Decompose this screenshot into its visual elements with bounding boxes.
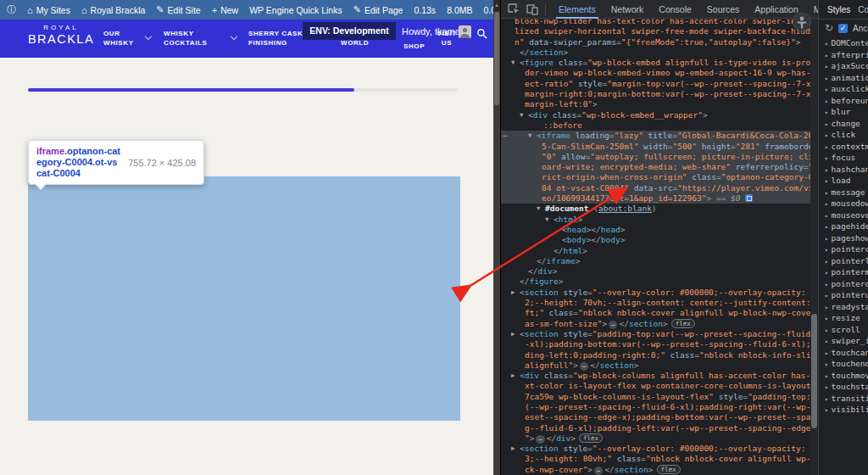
site-logo[interactable]: ROYAL BRACKLA	[25, 25, 97, 46]
admin-item-edit-site[interactable]: ✎Edit Site	[156, 4, 200, 15]
code-line[interactable]: ▼<html>	[501, 215, 810, 225]
adorner-icon[interactable]	[745, 194, 753, 202]
inspect-element-icon[interactable]	[508, 3, 520, 15]
listener-item-pointerup[interactable]: ▸pointerup	[825, 290, 868, 302]
listener-item-beforeunload[interactable]: ▸beforeunload	[825, 96, 868, 108]
listener-item-resize[interactable]: ▸resize	[825, 313, 868, 325]
ancestors-checkbox[interactable]: ✓	[838, 24, 848, 33]
code-line[interactable]: g--fluid-6-xl);padding-left:var(--wp--pr…	[501, 423, 810, 433]
code-line[interactable]: <head></head>	[501, 225, 810, 235]
listener-item-pagehide[interactable]: ▸pagehide	[825, 221, 868, 233]
tab-styles[interactable]: Styles	[827, 5, 850, 14]
expand-ellipsis-button[interactable]: …	[536, 435, 544, 444]
code-line[interactable]: n" data-swiper_params="{"freeMode":true,…	[501, 37, 810, 48]
code-line[interactable]: ding-left:0;padding-right:0;" class="nbl…	[501, 350, 810, 360]
admin-item-royal-brackla[interactable]: ⌂Royal Brackla	[81, 5, 145, 15]
code-line[interactable]: ft;" class="nblock nblock-cover alignful…	[501, 308, 810, 318]
nav-item-our-whisky[interactable]: OUR WHISKY	[103, 29, 147, 48]
listener-item-pointerover[interactable]: ▸pointerover	[825, 279, 868, 291]
about-blank-link[interactable]: about:blank	[598, 204, 652, 213]
code-line[interactable]: ▼#document (about:blank)	[501, 204, 810, 214]
listener-item-touchmove[interactable]: ▸touchmove	[825, 371, 868, 383]
listener-item-touchcancel[interactable]: ▸touchcancel	[825, 348, 868, 360]
listener-item-visibilitychange[interactable]: ▸visibilitychange	[825, 405, 868, 416]
devtools-tab-elements[interactable]: Elements	[551, 0, 604, 19]
code-line[interactable]: </html>	[501, 246, 810, 256]
code-line[interactable]: as-sm-font-size">…</section>flex	[501, 319, 810, 329]
search-icon[interactable]	[476, 27, 487, 38]
flex-badge[interactable]: flex	[579, 433, 603, 443]
code-line[interactable]: </div>	[501, 266, 810, 277]
page-scrollbar[interactable]: ▲	[493, 0, 500, 475]
code-line[interactable]: block-nwp-slider has-text-color has-acce…	[501, 19, 810, 26]
elements-scrollbar[interactable]	[810, 19, 818, 475]
code-line[interactable]: oard-write; encrypted-media; web-share" …	[501, 162, 810, 172]
listener-item-pointercancel[interactable]: ▸pointercancel	[825, 244, 868, 256]
line-menu-dots[interactable]: …	[503, 129, 508, 139]
code-line[interactable]: 04 ot-vscat-C0004" data-src="https://pla…	[501, 183, 810, 193]
code-line[interactable]: <body></body>	[501, 235, 810, 245]
expand-ellipsis-button[interactable]: …	[609, 321, 617, 329]
listener-item-change[interactable]: ▸change	[825, 119, 868, 131]
admin-item-my-sites[interactable]: ⌂My Sites	[27, 5, 70, 15]
listener-item-touchstart[interactable]: ▸touchstart	[825, 382, 868, 394]
listener-item-pointermove[interactable]: ▸pointermove	[825, 267, 868, 279]
code-line[interactable]: ▼<div class="wp-block-embed__wrapper">	[501, 110, 810, 120]
code-line[interactable]: 7ca59e wp-block-columns-is-layout-flex" …	[501, 392, 810, 402]
code-line[interactable]: -xl);padding-bottom:var(--wp--preset--sp…	[501, 339, 810, 349]
code-line[interactable]: 2;--height: 70vh;--align-content: center…	[501, 298, 810, 308]
code-line[interactable]: </section>	[501, 48, 810, 58]
listener-item-scroll[interactable]: ▸scroll	[825, 325, 868, 337]
code-line[interactable]: 5-Can-SlimCan-250ml" width="500" height=…	[501, 142, 810, 152]
code-line[interactable]: ▶<section style="--overlay-color: #00000…	[501, 288, 810, 298]
code-line[interactable]: der-vimeo wp-block-embed-vimeo wp-embed-…	[501, 68, 810, 78]
code-line[interactable]: xt-color is-layout-flex wp-container-cor…	[501, 381, 810, 391]
listener-item-pageshow[interactable]: ▸pageshow	[825, 233, 868, 245]
code-line[interactable]: (--wp--preset--spacing--fluid-6-xl);padd…	[501, 402, 810, 412]
listener-item-click[interactable]: ▸click	[825, 130, 868, 142]
code-line[interactable]: ck-nwp-cover">…</section>flex	[501, 465, 810, 475]
nav-item-whisky-cocktails[interactable]: WHISKY COCKTAILS	[164, 29, 223, 48]
avatar[interactable]	[459, 25, 471, 38]
code-line[interactable]: ▼<figure class="wp-block-embed alignfull…	[501, 58, 810, 68]
flex-badge[interactable]: flex	[657, 465, 681, 474]
devtools-tab-sources[interactable]: Sources	[699, 0, 748, 19]
code-line[interactable]: eset--spacing--edge-x);padding-bottom:va…	[501, 412, 810, 422]
listener-item-message[interactable]: ▸message	[825, 187, 868, 199]
listener-item-ajaxsuccess[interactable]: ▸ajaxSuccess	[825, 61, 868, 73]
code-line[interactable]: rict-origin-when-cross-origin" class="op…	[501, 172, 810, 182]
code-line[interactable]: margin-right:0;margin-bottom:var(--wp--p…	[501, 89, 810, 99]
code-line[interactable]: ▶<section style="padding-top:var(--wp--p…	[501, 329, 810, 339]
refresh-icon[interactable]: ↻	[825, 22, 833, 34]
listener-item-swiper_init[interactable]: ▸swiper_init	[825, 336, 868, 348]
listener-item-animationend[interactable]: ▸animationend	[825, 73, 868, 85]
admin-item-wp-engine-quick-links[interactable]: WP Engine Quick Links	[249, 5, 342, 15]
listener-item-domcontentloaded[interactable]: ▸DOMContentLoaded	[825, 38, 868, 50]
flex-badge[interactable]: flex	[671, 319, 695, 328]
admin-item-0-13s[interactable]: 0.13s	[414, 5, 436, 15]
listener-item-pointerleave[interactable]: ▸pointerleave	[825, 256, 868, 268]
code-line[interactable]: "0" allow="autoplay; fullscreen; picture…	[501, 152, 810, 162]
code-line[interactable]: …▼<iframe loading="lazy" title="Global-B…	[501, 131, 810, 141]
page-scrollbar-thumb[interactable]	[494, 12, 499, 105]
code-line[interactable]: ::before	[501, 120, 810, 131]
admin-item-8-0mb[interactable]: 8.0MB	[447, 5, 472, 15]
code-line[interactable]: alignfull">…</section>	[501, 360, 810, 371]
code-line[interactable]: margin-left:0">	[501, 99, 810, 109]
device-toolbar-icon[interactable]	[526, 3, 538, 15]
listener-item-hashchange[interactable]: ▸hashchange	[825, 165, 868, 176]
expand-ellipsis-button[interactable]: …	[580, 362, 588, 371]
code-line[interactable]: lized swiper-horizontal swiper-free-mode…	[501, 26, 810, 36]
elements-scrollbar-thumb[interactable]	[811, 314, 817, 428]
code-line[interactable]: ">…</div>flex	[501, 433, 810, 444]
listener-item-touchend[interactable]: ▸touchend	[825, 359, 868, 371]
listener-item-mouseover[interactable]: ▸mouseover	[825, 210, 868, 222]
listener-item-blur[interactable]: ▸blur	[825, 107, 868, 119]
code-line[interactable]: </iframe>	[501, 256, 810, 266]
info-icon[interactable]: ⓘ	[7, 3, 16, 16]
code-line[interactable]: </figure>	[501, 277, 810, 287]
tab-computed[interactable]: Computed	[858, 5, 868, 14]
devtools-tab-console[interactable]: Console	[651, 0, 699, 19]
scroll-up-arrow[interactable]: ▲	[493, 0, 500, 11]
code-line[interactable]: ▶<section style="--overlay-color: #00000…	[501, 444, 810, 454]
